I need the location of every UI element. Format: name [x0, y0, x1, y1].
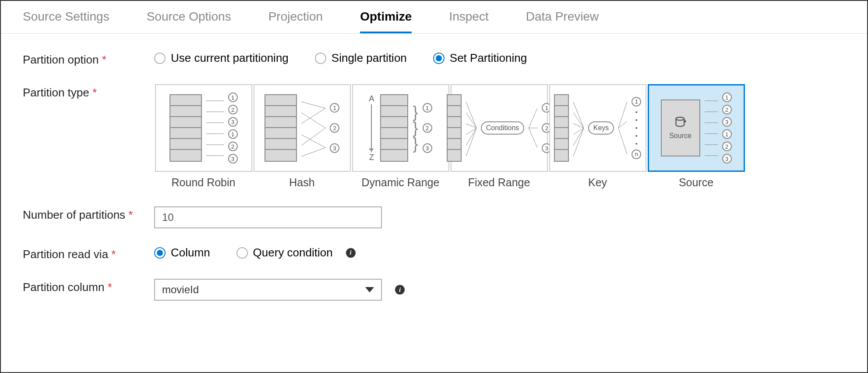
svg-line-11: [301, 148, 325, 156]
partition-type-dynamic-range[interactable]: AZ }}} 123: [352, 84, 449, 172]
card-label-round-robin: Round Robin: [172, 176, 236, 189]
tab-source-options[interactable]: Source Options: [147, 10, 231, 33]
partition-type-fixed-range[interactable]: Conditions 123: [451, 84, 548, 172]
num-partitions-label: Number of partitions *: [23, 206, 154, 222]
dropdown-value: movieId: [162, 284, 199, 296]
card-label-fixed-range: Fixed Range: [468, 176, 530, 189]
info-icon[interactable]: i: [395, 285, 405, 295]
tab-projection[interactable]: Projection: [268, 10, 323, 33]
svg-point-30: [676, 117, 684, 120]
tab-data-preview[interactable]: Data Preview: [526, 10, 599, 33]
svg-line-17: [466, 128, 476, 156]
card-label-key: Key: [588, 176, 607, 189]
tab-inspect[interactable]: Inspect: [449, 10, 488, 33]
svg-line-8: [301, 108, 325, 124]
card-label-source: Source: [679, 176, 713, 189]
svg-line-7: [301, 113, 325, 128]
svg-line-27: [618, 102, 627, 128]
radio-label: Use current partitioning: [171, 51, 289, 65]
source-box-label: Source: [669, 132, 692, 140]
svg-line-20: [529, 128, 537, 148]
partition-column-dropdown[interactable]: movieId: [154, 279, 382, 301]
radio-query-condition[interactable]: Query condition: [236, 246, 333, 259]
radio-use-current-partitioning[interactable]: Use current partitioning: [154, 51, 289, 65]
conditions-label: Conditions: [481, 121, 525, 135]
num-partitions-input[interactable]: [154, 206, 382, 228]
radio-single-partition[interactable]: Single partition: [315, 51, 407, 65]
partition-type-source[interactable]: Source 123123: [648, 84, 745, 172]
tab-source-settings[interactable]: Source Settings: [23, 10, 109, 33]
radio-circle-icon: [154, 53, 166, 64]
radio-label: Single partition: [332, 51, 407, 65]
svg-line-26: [573, 128, 584, 156]
chevron-down-icon: [365, 287, 374, 292]
svg-line-6: [301, 102, 325, 108]
info-icon[interactable]: i: [346, 248, 356, 258]
svg-line-25: [573, 128, 584, 146]
radio-set-partitioning[interactable]: Set Partitioning: [433, 51, 527, 65]
partition-type-label: Partition type *: [23, 84, 154, 99]
svg-line-29: [618, 128, 627, 154]
radio-column[interactable]: Column: [154, 246, 210, 259]
radio-circle-icon: [433, 53, 445, 64]
svg-line-15: [466, 128, 476, 135]
partition-option-label: Partition option *: [23, 51, 154, 67]
radio-circle-icon: [154, 247, 166, 259]
partition-column-label: Partition column *: [23, 279, 154, 294]
radio-label: Query condition: [253, 246, 333, 259]
radio-circle-icon: [236, 247, 248, 259]
radio-label: Column: [171, 246, 210, 259]
database-icon: [674, 116, 687, 128]
partition-type-key[interactable]: Keys 1•••••n: [549, 84, 646, 172]
partition-type-hash[interactable]: 123: [254, 84, 351, 172]
svg-line-18: [529, 108, 537, 128]
radio-label: Set Partitioning: [450, 51, 527, 65]
keys-label: Keys: [588, 121, 614, 135]
svg-line-16: [466, 128, 476, 146]
tab-optimize[interactable]: Optimize: [360, 10, 412, 33]
tab-bar: Source Settings Source Options Projectio…: [1, 1, 867, 34]
radio-circle-icon: [315, 53, 326, 64]
card-label-dynamic-range: Dynamic Range: [362, 176, 440, 189]
partition-read-via-label: Partition read via *: [23, 246, 154, 261]
svg-line-24: [573, 128, 584, 135]
card-label-hash: Hash: [289, 176, 314, 189]
partition-type-round-robin[interactable]: 123123: [155, 84, 252, 172]
